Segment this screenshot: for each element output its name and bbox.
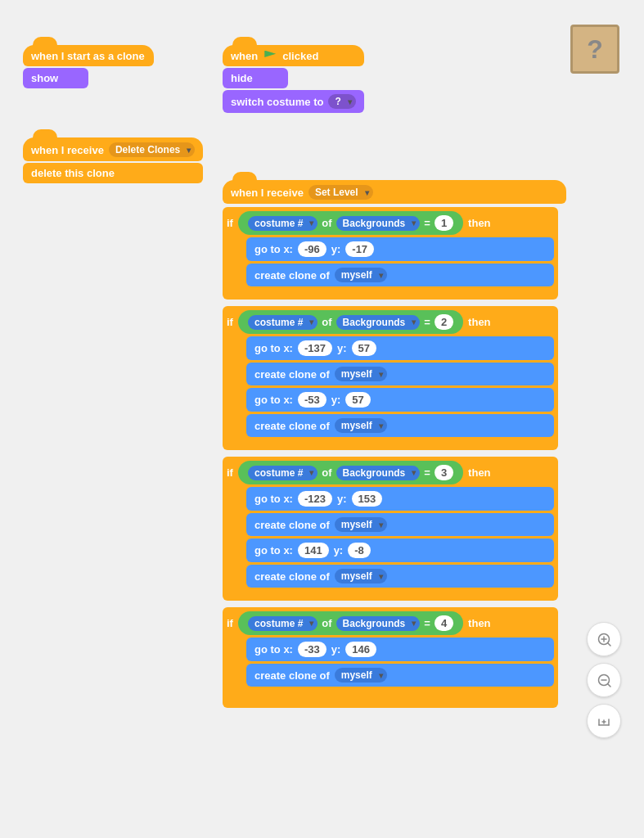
when-label: when: [231, 50, 258, 62]
y4-label: y:: [331, 643, 341, 656]
backgrounds-2-dropdown[interactable]: Backgrounds: [336, 315, 421, 330]
clicked-label: clicked: [282, 50, 318, 62]
clone2a-block: create clone of myself: [246, 363, 554, 385]
if4-label: if: [227, 617, 233, 629]
goto3b-label: go to x:: [254, 544, 293, 556]
y2a-label: y:: [337, 342, 347, 354]
goto2a-label: go to x:: [254, 342, 293, 354]
y3b-val: -8: [348, 543, 371, 558]
backgrounds-4-dropdown[interactable]: Backgrounds: [336, 616, 421, 631]
y2b-val: 57: [345, 392, 370, 408]
set-level-hat: when I receive Set Level: [223, 180, 566, 204]
hide-block: hide: [223, 68, 288, 88]
then2-label: then: [468, 316, 490, 328]
set-level-stack: when I receive Set Level if costume # of…: [223, 180, 566, 708]
x3b-val: 141: [298, 543, 329, 558]
x4-val: -33: [298, 642, 327, 657]
clone-hat-block: when I start as a clone: [23, 45, 154, 66]
of2-label: of: [322, 316, 331, 328]
goto2a-block: go to x: -137 y: 57: [246, 336, 554, 360]
x2b-val: -53: [298, 392, 327, 408]
goto1-label: go to x:: [254, 243, 293, 255]
delete-clones-dropdown[interactable]: Delete Clones: [109, 142, 195, 157]
goto3a-block: go to x: -123 y: 153: [246, 487, 554, 511]
question-mark-block[interactable]: ?: [570, 25, 619, 74]
then4-label: then: [468, 617, 490, 629]
equals2: =: [424, 316, 430, 328]
costume-hash-1-dropdown[interactable]: costume #: [248, 216, 317, 231]
show-label: show: [31, 72, 58, 84]
if-block-2: if costume # of Backgrounds = 2 then go …: [223, 306, 558, 450]
zoom-fit-button[interactable]: [587, 704, 621, 738]
y1-val: -17: [345, 241, 374, 257]
y3b-label: y:: [334, 544, 344, 556]
clone2b-block: create clone of myself: [246, 414, 554, 437]
y4-val: 146: [345, 642, 376, 657]
backgrounds-3-dropdown[interactable]: Backgrounds: [336, 466, 421, 480]
clone1-block: create clone of myself: [246, 264, 554, 286]
switch-costume-block: switch costume to ?: [223, 90, 364, 113]
clone2a-label: create clone of: [254, 368, 330, 381]
svg-line-6: [608, 684, 610, 687]
then1-label: then: [468, 217, 490, 229]
if-block-4: if costume # of Backgrounds = 4 then go …: [223, 607, 558, 708]
y3a-val: 153: [352, 491, 383, 507]
receive-hat-block: when I receive Delete Clones: [23, 137, 203, 161]
clone-hat-label: when I start as a clone: [31, 50, 145, 62]
y2a-val: 57: [352, 340, 376, 356]
switch-costume-label: switch costume to: [231, 96, 323, 108]
myself2a-dropdown[interactable]: myself: [335, 367, 387, 381]
if-block-1: if costume # of Backgrounds = 1 then go …: [223, 207, 558, 300]
equals3: =: [424, 466, 430, 479]
y3a-label: y:: [337, 493, 347, 505]
delete-clone-block: delete this clone: [23, 163, 203, 183]
costume-hash-3-dropdown[interactable]: costume #: [248, 466, 317, 480]
goto3b-block: go to x: 141 y: -8: [246, 538, 554, 562]
myself1-dropdown[interactable]: myself: [335, 268, 387, 282]
if2-label: if: [227, 316, 233, 328]
if4-condition: costume # of Backgrounds = 4: [238, 611, 463, 635]
myself3a-dropdown[interactable]: myself: [335, 517, 387, 532]
goto4-label: go to x:: [254, 643, 293, 656]
backgrounds-1-dropdown[interactable]: Backgrounds: [336, 216, 421, 231]
clone3a-block: create clone of myself: [246, 513, 554, 536]
equals1: =: [424, 217, 430, 229]
receive-label: when I receive: [31, 144, 104, 156]
if-block-3: if costume # of Backgrounds = 3 then go …: [223, 457, 558, 601]
value1: 1: [435, 215, 453, 231]
goto3a-label: go to x:: [254, 493, 293, 505]
myself4-dropdown[interactable]: myself: [335, 668, 387, 683]
svg-line-3: [608, 643, 610, 646]
when-clicked-hat: when clicked: [223, 45, 364, 66]
clone4-label: create clone of: [254, 669, 330, 682]
zoom-out-button[interactable]: [587, 663, 621, 697]
set-level-dropdown[interactable]: Set Level: [308, 185, 373, 200]
costume-hash-4-dropdown[interactable]: costume #: [248, 616, 317, 631]
zoom-in-button[interactable]: [587, 622, 621, 656]
when-receive-label: when I receive: [231, 187, 304, 199]
equals4: =: [424, 617, 430, 629]
myself3b-dropdown[interactable]: myself: [335, 569, 387, 583]
x2a-val: -137: [298, 340, 332, 356]
myself2b-dropdown[interactable]: myself: [335, 418, 387, 433]
if2-condition: costume # of Backgrounds = 2: [238, 310, 463, 334]
clone4-block: create clone of myself: [246, 664, 554, 687]
of3-label: of: [322, 466, 331, 479]
y2b-label: y:: [331, 394, 341, 406]
clone3a-label: create clone of: [254, 519, 330, 531]
flag-icon: [264, 51, 276, 62]
x3a-val: -123: [298, 491, 332, 507]
goto1-block: go to x: -96 y: -17: [246, 237, 554, 261]
clone3b-block: create clone of myself: [246, 565, 554, 588]
goto2b-label: go to x:: [254, 394, 293, 406]
if3-label: if: [227, 466, 233, 479]
clone3b-label: create clone of: [254, 570, 330, 583]
of1-label: of: [322, 217, 331, 229]
y1-label: y:: [331, 243, 341, 255]
costume-hash-2-dropdown[interactable]: costume #: [248, 315, 317, 330]
costume-dropdown[interactable]: ?: [328, 94, 355, 109]
x1-val: -96: [298, 241, 327, 257]
zoom-controls: [587, 622, 621, 738]
if1-label: if: [227, 217, 233, 229]
hide-label: hide: [231, 72, 253, 84]
